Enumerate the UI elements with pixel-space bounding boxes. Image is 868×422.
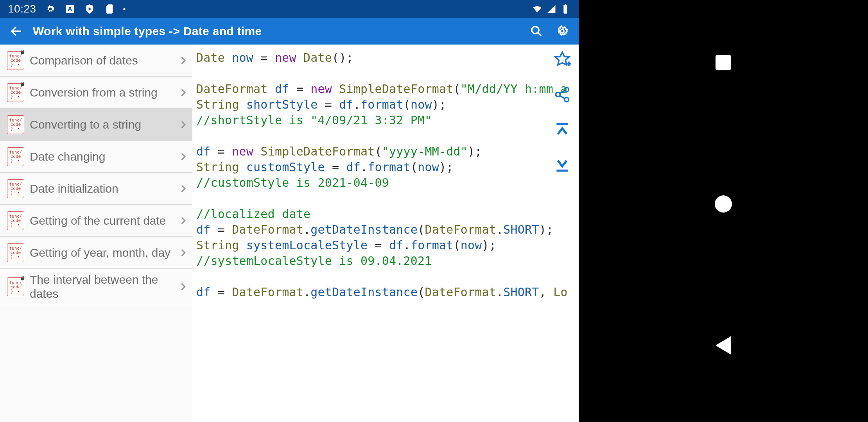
share-icon[interactable] [554, 86, 571, 103]
sidebar-item-label: Converting to a string [30, 118, 172, 132]
android-nav-bar [579, 0, 868, 422]
sidebar-item[interactable]: func{code} •Converting to a string [0, 109, 192, 141]
chevron-right-icon [178, 55, 188, 66]
code-snippet-icon: func{code} • [7, 83, 24, 102]
back-button[interactable] [7, 22, 26, 41]
scroll-top-icon[interactable] [554, 121, 571, 138]
sidebar-item[interactable]: func{code} •The interval between the dat… [0, 269, 192, 305]
code-panel[interactable]: Date now = new Date(); DateFormat df = n… [192, 45, 579, 422]
code-snippet-icon: func{code} • [7, 211, 24, 230]
svg-point-3 [561, 30, 564, 33]
sidebar-item-label: Date initialization [30, 182, 172, 196]
sidebar-item[interactable]: func{code} •Getting of year, month, day [0, 237, 192, 269]
shield-play-icon [84, 4, 95, 14]
sidebar-item-label: Getting of the current date [30, 214, 172, 228]
dot-icon: • [123, 5, 126, 13]
code-snippet-icon: func{code} • [7, 179, 24, 198]
chevron-right-icon [178, 183, 188, 194]
search-button[interactable] [527, 22, 546, 41]
nav-recent-button[interactable] [716, 55, 731, 70]
star-add-icon[interactable] [554, 51, 571, 68]
status-bar: 10:23 A • [0, 0, 579, 18]
chevron-right-icon [178, 151, 188, 162]
sidebar-item[interactable]: func{code} •Getting of the current date [0, 205, 192, 237]
chevron-right-icon [178, 247, 188, 258]
chevron-right-icon [178, 87, 188, 98]
wifi-icon [532, 4, 543, 14]
battery-full-icon [560, 4, 571, 14]
code-snippet-icon: func{code} • [7, 243, 24, 262]
svg-point-2 [532, 27, 539, 34]
sidebar[interactable]: func{code} •Comparison of datesfunc{code… [0, 45, 192, 422]
lock-icon [20, 275, 25, 281]
status-time: 10:23 [8, 3, 36, 15]
gear-icon [45, 4, 56, 14]
cell-signal-icon [546, 4, 557, 14]
svg-point-5 [556, 93, 560, 97]
svg-point-6 [565, 97, 569, 102]
sidebar-item[interactable]: func{code} •Conversion from a string [0, 77, 192, 109]
sidebar-item[interactable]: func{code} •Date changing [0, 141, 192, 173]
code-text: Date now = new Date(); DateFormat df = n… [192, 45, 579, 306]
sidebar-item-label: The interval between the dates [30, 273, 172, 301]
code-snippet-icon: func{code} • [7, 147, 24, 166]
sd-card-icon [104, 4, 115, 14]
sidebar-item-label: Getting of year, month, day [30, 246, 172, 260]
sidebar-item[interactable]: func{code} •Date initialization [0, 173, 192, 205]
svg-point-4 [565, 88, 569, 92]
code-snippet-icon: func{code} • [7, 277, 24, 296]
chevron-right-icon [178, 119, 188, 130]
scroll-bottom-icon[interactable] [554, 156, 571, 173]
page-title: Work with simple types -> Date and time [33, 25, 520, 38]
sidebar-item-label: Comparison of dates [30, 54, 172, 68]
nav-home-button[interactable] [715, 195, 732, 213]
a-box-icon: A [65, 4, 75, 14]
chevron-right-icon [178, 281, 188, 292]
sidebar-item-label: Conversion from a string [30, 86, 172, 100]
code-snippet-icon: func{code} • [7, 115, 24, 134]
lock-icon [20, 49, 25, 55]
nav-back-button[interactable] [716, 336, 731, 355]
settings-button[interactable] [553, 22, 572, 41]
code-snippet-icon: func{code} • [7, 51, 24, 70]
sidebar-item-label: Date changing [30, 150, 172, 164]
sidebar-item[interactable]: func{code} •Comparison of dates [0, 45, 192, 77]
lock-icon [20, 81, 25, 87]
chevron-right-icon [178, 215, 188, 226]
svg-text:A: A [68, 5, 72, 13]
app-bar: Work with simple types -> Date and time [0, 18, 579, 45]
